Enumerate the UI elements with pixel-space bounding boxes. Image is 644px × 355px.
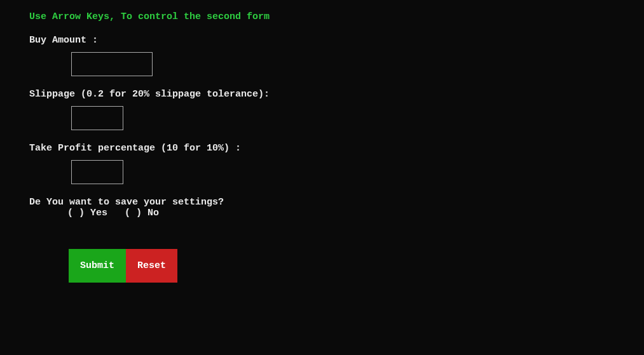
reset-button[interactable]: Reset [126, 249, 177, 283]
button-row: SubmitReset [69, 249, 615, 283]
save-settings-group: De You want to save your settings? ( ) Y… [29, 197, 615, 218]
buy-amount-label: Buy Amount : [29, 35, 615, 46]
take-profit-group: Take Profit percentage (10 for 10%) : [29, 143, 615, 184]
buy-amount-input[interactable] [71, 52, 153, 76]
save-settings-no-option[interactable]: ( ) No [125, 208, 159, 218]
take-profit-label: Take Profit percentage (10 for 10%) : [29, 143, 615, 154]
submit-button[interactable]: Submit [69, 249, 126, 283]
slippage-label: Slippage (0.2 for 20% slippage tolerance… [29, 89, 615, 100]
save-settings-label: De You want to save your settings? [29, 197, 615, 208]
form-instructions: Use Arrow Keys, To control the second fo… [29, 11, 615, 22]
save-settings-yes-option[interactable]: ( ) Yes [67, 208, 107, 218]
buy-amount-group: Buy Amount : [29, 35, 615, 76]
take-profit-input[interactable] [71, 160, 123, 184]
slippage-input[interactable] [71, 106, 123, 130]
slippage-group: Slippage (0.2 for 20% slippage tolerance… [29, 89, 615, 130]
